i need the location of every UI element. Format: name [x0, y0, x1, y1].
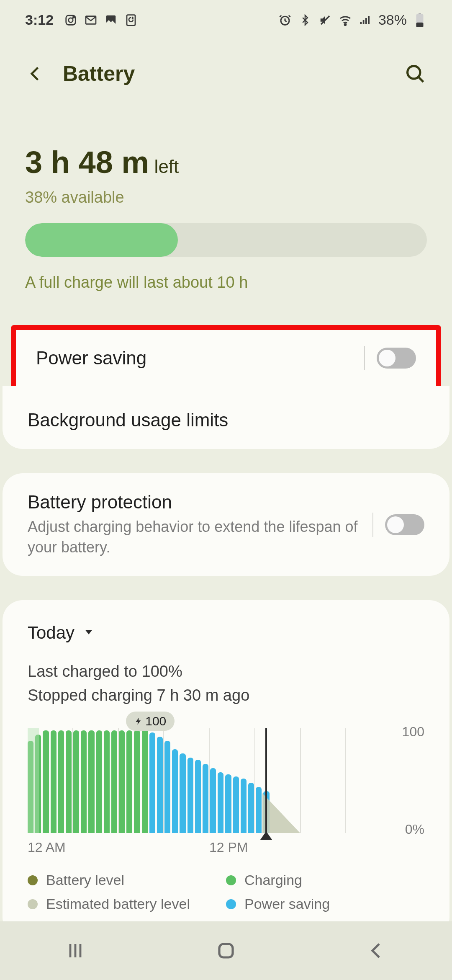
- svg-point-15: [408, 66, 420, 79]
- chart-bars: 100: [28, 728, 391, 833]
- status-bar: 3:12 38%: [0, 0, 452, 32]
- battery-chart-card: Today Last charged to 100% Stopped charg…: [3, 600, 449, 937]
- battery-protection-row[interactable]: Battery protection Adjust charging behav…: [3, 473, 449, 576]
- settings-card-2: Battery protection Adjust charging behav…: [3, 473, 449, 576]
- page-header: Battery: [0, 32, 452, 103]
- svg-point-2: [73, 16, 74, 18]
- power-saving-label: Power saving: [36, 348, 364, 369]
- svg-point-1: [69, 18, 73, 22]
- chart-legend: Battery level Charging Estimated battery…: [28, 872, 424, 912]
- battery-progress-track: [25, 223, 427, 257]
- update-icon: [124, 13, 138, 27]
- svg-point-7: [344, 23, 346, 25]
- legend-battery-level: Battery level: [28, 872, 226, 888]
- battery-summary: 3 h 48 m left 38% available A full charg…: [0, 103, 452, 308]
- settings-card-1: Background usage limits: [3, 386, 449, 449]
- legend-label: Power saving: [244, 896, 330, 912]
- instagram-icon: [64, 13, 78, 27]
- divider: [372, 513, 373, 537]
- nav-back-button[interactable]: [360, 934, 393, 967]
- legend-estimated: Estimated battery level: [28, 896, 226, 912]
- chart-x-1: 12 PM: [209, 840, 248, 855]
- chart-x-0: 12 AM: [28, 840, 209, 855]
- time-remaining-suffix: left: [154, 156, 179, 177]
- status-battery-pct: 38%: [378, 12, 407, 28]
- chart-info-line1: Last charged to 100%: [28, 660, 424, 683]
- chart-info-line2: Stopped charging 7 h 30 m ago: [28, 683, 424, 707]
- svg-rect-8: [360, 22, 362, 24]
- alarm-icon: [278, 13, 292, 27]
- svg-rect-16: [219, 944, 233, 957]
- chart-period-selector[interactable]: Today: [28, 623, 424, 643]
- legend-power-saving: Power saving: [226, 896, 424, 912]
- chart-period-label: Today: [28, 623, 74, 643]
- mute-icon: [318, 13, 332, 27]
- system-nav-bar: [0, 921, 452, 980]
- power-saving-row[interactable]: Power saving: [16, 330, 436, 386]
- chart-y-min: 0%: [405, 822, 424, 837]
- bluetooth-icon: [298, 13, 312, 27]
- search-button[interactable]: [403, 62, 427, 85]
- back-button[interactable]: [25, 63, 46, 84]
- legend-dot: [226, 899, 236, 909]
- nav-home-button[interactable]: [209, 934, 243, 967]
- chart-x-axis: 12 AM 12 PM: [28, 840, 424, 855]
- photos-icon: [104, 13, 118, 27]
- legend-charging: Charging: [226, 872, 424, 888]
- page-title: Battery: [63, 62, 403, 86]
- wifi-icon: [338, 13, 352, 27]
- svg-rect-14: [416, 22, 424, 27]
- legend-label: Charging: [244, 872, 302, 888]
- nav-recents-button[interactable]: [59, 934, 92, 967]
- full-charge-estimate: A full charge will last about 10 h: [25, 273, 427, 291]
- battery-chart[interactable]: 100 100 0%: [28, 728, 424, 833]
- power-saving-toggle[interactable]: [377, 348, 416, 369]
- power-saving-highlight: Power saving: [11, 325, 441, 391]
- divider: [364, 346, 365, 370]
- svg-rect-10: [365, 18, 367, 24]
- battery-protection-label: Battery protection: [28, 492, 360, 513]
- signal-icon: [358, 13, 372, 27]
- svg-rect-5: [127, 15, 135, 25]
- battery-available: 38% available: [25, 188, 427, 206]
- svg-rect-12: [419, 13, 421, 14]
- legend-dot: [226, 875, 236, 885]
- chart-info: Last charged to 100% Stopped charging 7 …: [28, 660, 424, 707]
- chart-y-max: 100: [402, 724, 424, 740]
- legend-dot: [28, 899, 38, 909]
- estimated-area: [262, 793, 300, 833]
- battery-protection-toggle[interactable]: [385, 514, 424, 535]
- svg-rect-11: [368, 16, 370, 24]
- battery-icon: [413, 13, 427, 27]
- chart-peak-badge: 100: [126, 712, 175, 731]
- legend-label: Estimated battery level: [46, 896, 190, 912]
- status-time: 3:12: [25, 12, 54, 28]
- legend-label: Battery level: [46, 872, 124, 888]
- battery-protection-subtitle: Adjust charging behavior to extend the l…: [28, 517, 360, 557]
- background-usage-limits-label: Background usage limits: [28, 410, 424, 431]
- svg-rect-9: [363, 20, 365, 24]
- battery-progress-fill: [25, 223, 178, 257]
- chart-now-marker: [260, 831, 272, 840]
- gmail-icon: [84, 13, 98, 27]
- background-usage-limits-row[interactable]: Background usage limits: [3, 391, 449, 449]
- chart-now-line: [265, 728, 267, 839]
- time-remaining: 3 h 48 m: [25, 145, 149, 180]
- legend-dot: [28, 875, 38, 885]
- chevron-down-icon: [83, 626, 95, 640]
